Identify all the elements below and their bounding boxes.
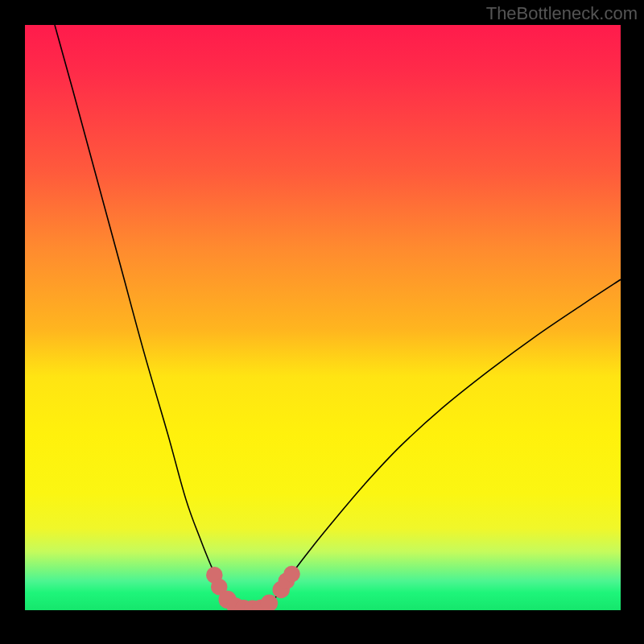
plot-area [25, 25, 621, 610]
watermark-text: TheBottleneck.com [486, 3, 638, 24]
marker-dot [211, 579, 228, 596]
marker-dot [279, 572, 295, 589]
marker-dot [218, 591, 236, 609]
marker-dot [252, 600, 269, 610]
marker-dot [206, 567, 223, 584]
marker-dot [235, 600, 252, 610]
marker-dot [273, 581, 290, 598]
plot-svg [25, 25, 621, 610]
curve-markers [206, 566, 300, 610]
marker-dot [227, 597, 244, 610]
bottleneck-curve [55, 25, 621, 609]
marker-dot [283, 566, 300, 583]
marker-dot [261, 595, 278, 610]
chart-frame: TheBottleneck.com [0, 0, 644, 644]
marker-dot [244, 600, 261, 610]
